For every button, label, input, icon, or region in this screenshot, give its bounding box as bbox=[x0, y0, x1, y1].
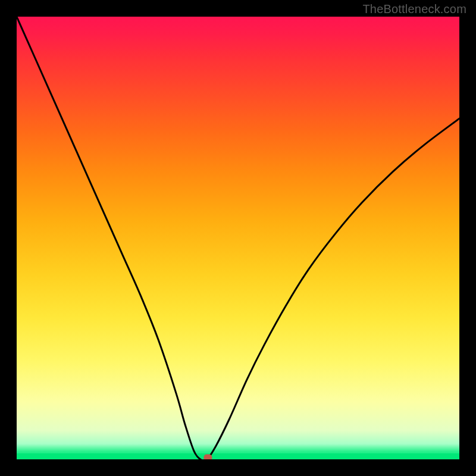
chart-plot-area bbox=[17, 17, 459, 459]
chart-svg bbox=[17, 17, 459, 459]
bottleneck-curve bbox=[17, 17, 459, 459]
watermark-text: TheBottleneck.com bbox=[362, 2, 466, 16]
optimal-point-marker bbox=[203, 455, 212, 460]
